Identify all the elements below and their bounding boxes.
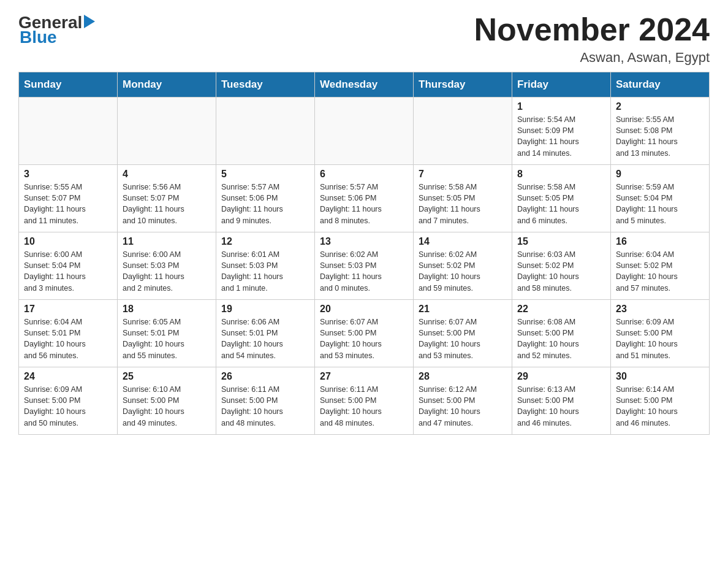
day-info: Sunrise: 6:12 AMSunset: 5:00 PMDaylight:…	[419, 384, 507, 429]
day-info: Sunrise: 6:09 AMSunset: 5:00 PMDaylight:…	[616, 316, 704, 361]
weekday-header-thursday: Thursday	[414, 72, 512, 98]
calendar-cell: 29Sunrise: 6:13 AMSunset: 5:00 PMDayligh…	[512, 367, 611, 435]
weekday-header-wednesday: Wednesday	[315, 72, 414, 98]
calendar-cell	[315, 98, 414, 165]
day-number: 14	[419, 236, 507, 247]
calendar-week-row-1: 1Sunrise: 5:54 AMSunset: 5:09 PMDaylight…	[19, 98, 710, 165]
day-info: Sunrise: 6:02 AMSunset: 5:03 PMDaylight:…	[320, 249, 408, 294]
weekday-header-saturday: Saturday	[611, 72, 710, 98]
calendar-week-row-4: 17Sunrise: 6:04 AMSunset: 5:01 PMDayligh…	[19, 300, 710, 367]
calendar-cell: 25Sunrise: 6:10 AMSunset: 5:00 PMDayligh…	[118, 367, 216, 435]
logo-arrow-shape	[84, 13, 95, 33]
calendar-cell: 14Sunrise: 6:02 AMSunset: 5:02 PMDayligh…	[414, 232, 512, 300]
day-info: Sunrise: 6:07 AMSunset: 5:00 PMDaylight:…	[320, 316, 408, 361]
calendar-cell: 19Sunrise: 6:06 AMSunset: 5:01 PMDayligh…	[216, 300, 315, 367]
day-number: 19	[221, 304, 309, 315]
day-info: Sunrise: 5:58 AMSunset: 5:05 PMDaylight:…	[517, 182, 605, 226]
weekday-header-monday: Monday	[118, 72, 216, 98]
calendar-cell: 4Sunrise: 5:56 AMSunset: 5:07 PMDaylight…	[118, 165, 216, 232]
day-number: 30	[616, 371, 704, 382]
calendar-cell: 28Sunrise: 6:12 AMSunset: 5:00 PMDayligh…	[414, 367, 512, 435]
day-number: 11	[123, 236, 211, 247]
calendar-cell: 15Sunrise: 6:03 AMSunset: 5:02 PMDayligh…	[512, 232, 611, 300]
day-number: 8	[517, 169, 605, 180]
day-number: 4	[123, 169, 211, 180]
day-info: Sunrise: 6:03 AMSunset: 5:02 PMDaylight:…	[517, 249, 605, 294]
day-info: Sunrise: 5:55 AMSunset: 5:08 PMDaylight:…	[616, 114, 704, 159]
calendar-cell	[414, 98, 512, 165]
day-number: 9	[616, 169, 704, 180]
day-info: Sunrise: 6:13 AMSunset: 5:00 PMDaylight:…	[517, 384, 605, 429]
calendar-cell: 22Sunrise: 6:08 AMSunset: 5:00 PMDayligh…	[512, 300, 611, 367]
day-info: Sunrise: 6:09 AMSunset: 5:00 PMDaylight:…	[24, 384, 112, 429]
day-info: Sunrise: 5:56 AMSunset: 5:07 PMDaylight:…	[123, 182, 211, 226]
day-info: Sunrise: 6:07 AMSunset: 5:00 PMDaylight:…	[419, 316, 507, 361]
day-number: 10	[24, 236, 112, 247]
calendar-subtitle: Aswan, Aswan, Egypt	[474, 50, 710, 66]
calendar-cell: 26Sunrise: 6:11 AMSunset: 5:00 PMDayligh…	[216, 367, 315, 435]
calendar-cell: 24Sunrise: 6:09 AMSunset: 5:00 PMDayligh…	[19, 367, 118, 435]
day-info: Sunrise: 5:54 AMSunset: 5:09 PMDaylight:…	[517, 114, 605, 159]
day-info: Sunrise: 6:00 AMSunset: 5:04 PMDaylight:…	[24, 249, 112, 294]
day-number: 27	[320, 371, 408, 382]
day-number: 24	[24, 371, 112, 382]
day-info: Sunrise: 5:59 AMSunset: 5:04 PMDaylight:…	[616, 182, 704, 226]
calendar-cell: 30Sunrise: 6:14 AMSunset: 5:00 PMDayligh…	[611, 367, 710, 435]
calendar-cell: 9Sunrise: 5:59 AMSunset: 5:04 PMDaylight…	[611, 165, 710, 232]
day-info: Sunrise: 6:11 AMSunset: 5:00 PMDaylight:…	[221, 384, 309, 429]
day-info: Sunrise: 5:55 AMSunset: 5:07 PMDaylight:…	[24, 182, 112, 226]
logo-area: General Blue	[18, 12, 95, 47]
calendar-cell: 21Sunrise: 6:07 AMSunset: 5:00 PMDayligh…	[414, 300, 512, 367]
day-info: Sunrise: 6:08 AMSunset: 5:00 PMDaylight:…	[517, 316, 605, 361]
day-info: Sunrise: 6:11 AMSunset: 5:00 PMDaylight:…	[320, 384, 408, 429]
day-number: 25	[123, 371, 211, 382]
svg-marker-0	[84, 15, 95, 28]
day-info: Sunrise: 6:04 AMSunset: 5:02 PMDaylight:…	[616, 249, 704, 294]
day-number: 2	[616, 101, 704, 112]
calendar-cell	[19, 98, 118, 165]
calendar-cell: 1Sunrise: 5:54 AMSunset: 5:09 PMDaylight…	[512, 98, 611, 165]
day-number: 26	[221, 371, 309, 382]
day-number: 7	[419, 169, 507, 180]
day-number: 17	[24, 304, 112, 315]
calendar-cell: 10Sunrise: 6:00 AMSunset: 5:04 PMDayligh…	[19, 232, 118, 300]
day-number: 3	[24, 169, 112, 180]
day-number: 22	[517, 304, 605, 315]
weekday-header-sunday: Sunday	[19, 72, 118, 98]
day-number: 15	[517, 236, 605, 247]
day-info: Sunrise: 6:05 AMSunset: 5:01 PMDaylight:…	[123, 316, 211, 361]
calendar-cell: 27Sunrise: 6:11 AMSunset: 5:00 PMDayligh…	[315, 367, 414, 435]
calendar-cell: 12Sunrise: 6:01 AMSunset: 5:03 PMDayligh…	[216, 232, 315, 300]
header: General Blue November 2024 Aswan, Aswan,…	[18, 12, 710, 66]
calendar-cell: 16Sunrise: 6:04 AMSunset: 5:02 PMDayligh…	[611, 232, 710, 300]
calendar-cell: 5Sunrise: 5:57 AMSunset: 5:06 PMDaylight…	[216, 165, 315, 232]
day-number: 6	[320, 169, 408, 180]
day-info: Sunrise: 6:00 AMSunset: 5:03 PMDaylight:…	[123, 249, 211, 294]
calendar-week-row-2: 3Sunrise: 5:55 AMSunset: 5:07 PMDaylight…	[19, 165, 710, 232]
day-info: Sunrise: 6:04 AMSunset: 5:01 PMDaylight:…	[24, 316, 112, 361]
calendar-cell: 20Sunrise: 6:07 AMSunset: 5:00 PMDayligh…	[315, 300, 414, 367]
calendar-cell: 23Sunrise: 6:09 AMSunset: 5:00 PMDayligh…	[611, 300, 710, 367]
day-info: Sunrise: 6:06 AMSunset: 5:01 PMDaylight:…	[221, 316, 309, 361]
day-info: Sunrise: 5:57 AMSunset: 5:06 PMDaylight:…	[320, 182, 408, 226]
calendar-title: November 2024	[474, 12, 710, 47]
day-number: 5	[221, 169, 309, 180]
day-info: Sunrise: 6:14 AMSunset: 5:00 PMDaylight:…	[616, 384, 704, 429]
calendar-cell	[216, 98, 315, 165]
day-number: 1	[517, 101, 605, 112]
title-area: November 2024 Aswan, Aswan, Egypt	[474, 12, 710, 66]
day-number: 16	[616, 236, 704, 247]
calendar-cell: 13Sunrise: 6:02 AMSunset: 5:03 PMDayligh…	[315, 232, 414, 300]
calendar-cell: 3Sunrise: 5:55 AMSunset: 5:07 PMDaylight…	[19, 165, 118, 232]
calendar-week-row-5: 24Sunrise: 6:09 AMSunset: 5:00 PMDayligh…	[19, 367, 710, 435]
calendar-table: SundayMondayTuesdayWednesdayThursdayFrid…	[18, 72, 710, 435]
calendar-week-row-3: 10Sunrise: 6:00 AMSunset: 5:04 PMDayligh…	[19, 232, 710, 300]
calendar-cell: 7Sunrise: 5:58 AMSunset: 5:05 PMDaylight…	[414, 165, 512, 232]
weekday-header-friday: Friday	[512, 72, 611, 98]
day-number: 23	[616, 304, 704, 315]
day-info: Sunrise: 6:10 AMSunset: 5:00 PMDaylight:…	[123, 384, 211, 429]
calendar-cell: 2Sunrise: 5:55 AMSunset: 5:08 PMDaylight…	[611, 98, 710, 165]
calendar-cell: 11Sunrise: 6:00 AMSunset: 5:03 PMDayligh…	[118, 232, 216, 300]
weekday-header-tuesday: Tuesday	[216, 72, 315, 98]
day-number: 12	[221, 236, 309, 247]
